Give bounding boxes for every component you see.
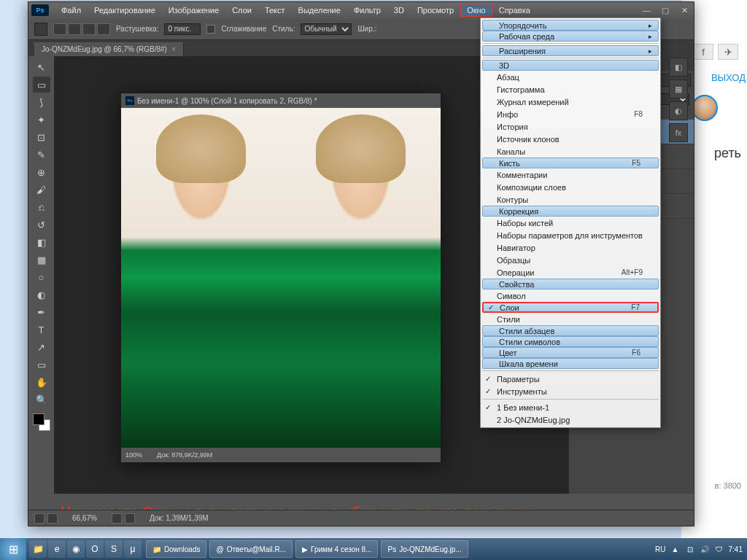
tray-net[interactable]: ⊡ <box>685 544 695 554</box>
type-tool[interactable]: T <box>33 322 50 338</box>
maximize-icon[interactable]: ▢ <box>656 4 675 17</box>
menu-item[interactable]: Стили абзацев <box>482 325 659 336</box>
taskbar-task[interactable]: @Ответы@Mail.R... <box>209 540 293 558</box>
menu-item[interactable]: История <box>481 120 660 133</box>
menu-help[interactable]: Справка <box>492 4 537 17</box>
menu-edit[interactable]: Редактирование <box>88 4 162 17</box>
menu-item[interactable]: Инструменты <box>481 385 660 397</box>
menu-item[interactable]: Наборы кистей <box>481 217 660 229</box>
status-ic4[interactable] <box>125 513 135 524</box>
minimize-icon[interactable]: — <box>637 4 656 17</box>
stamp-tool[interactable]: ⎌ <box>33 199 50 215</box>
history-brush[interactable]: ↺ <box>33 217 50 233</box>
crop-tool[interactable]: ⊡ <box>33 129 50 145</box>
lasso-tool[interactable]: ⟆ <box>33 94 50 110</box>
brush-tool[interactable]: 🖌 <box>33 182 50 198</box>
menu-3d[interactable]: 3D <box>387 4 411 17</box>
logout-link[interactable]: ВЫХОД <box>711 72 746 83</box>
menu-item[interactable]: Навигатор <box>481 241 660 254</box>
close-icon[interactable]: ✕ <box>675 4 694 17</box>
tray-vol[interactable]: 🔊 <box>700 544 710 554</box>
blur-tool[interactable]: ○ <box>33 269 50 285</box>
menu-item[interactable]: КистьF5 <box>482 158 659 168</box>
eraser-tool[interactable]: ◧ <box>33 234 50 250</box>
menu-item[interactable]: Источник клонов <box>481 133 660 145</box>
lang-indicator[interactable]: RU <box>655 545 665 553</box>
move-tool[interactable]: ↖ <box>33 59 50 75</box>
menu-item[interactable]: Стили символов <box>482 336 659 347</box>
dodge-tool[interactable]: ◐ <box>33 287 50 303</box>
menu-item[interactable]: ОперацииAlt+F9 <box>481 266 660 279</box>
eyedropper-tool[interactable]: ✎ <box>33 147 50 163</box>
status-ic3[interactable] <box>112 513 122 524</box>
ql-explorer[interactable]: 📁 <box>29 540 47 558</box>
menu-item[interactable]: Комментарии <box>481 168 660 181</box>
menu-item[interactable]: Образцы <box>481 254 660 266</box>
menu-item[interactable]: Композиции слоев <box>481 181 660 193</box>
menu-item[interactable]: Параметры <box>481 373 660 385</box>
ql-utorrent[interactable]: μ <box>124 540 142 558</box>
ql-chrome[interactable]: ◉ <box>67 540 85 558</box>
clock[interactable]: 7:41 <box>729 545 743 553</box>
menu-filter[interactable]: Фильтр <box>347 4 387 17</box>
menu-window[interactable]: Окно <box>460 4 492 17</box>
status-zoom[interactable]: 66,67% <box>72 514 97 522</box>
panel-styles-icon[interactable]: fx <box>669 123 688 142</box>
sel-new[interactable] <box>53 23 66 35</box>
sel-sub[interactable] <box>82 23 96 35</box>
tray-icon[interactable]: ▲ <box>670 544 681 554</box>
marquee-tool[interactable]: ▭ <box>33 77 50 93</box>
menu-item[interactable]: 1 Без имени-1 <box>481 401 660 413</box>
menu-item[interactable]: Рабочая среда <box>482 31 659 42</box>
gradient-tool[interactable]: ▦ <box>33 252 50 268</box>
menu-item[interactable]: Расширения <box>482 45 659 56</box>
hand-tool[interactable]: ✋ <box>33 374 50 390</box>
menu-item[interactable]: ЦветF6 <box>482 347 659 358</box>
menu-item[interactable]: Символ <box>481 289 660 302</box>
path-tool[interactable]: ↗ <box>33 339 50 355</box>
canvas-image[interactable] <box>121 108 441 448</box>
ql-skype[interactable]: S <box>105 540 123 558</box>
shape-tool[interactable]: ▭ <box>33 357 50 373</box>
doc-tab[interactable]: Jo-QNZMdEug.jpg @ 66,7% (RGB/8#) × <box>34 42 184 56</box>
menu-item[interactable]: Контуры <box>481 193 660 206</box>
menu-item[interactable]: Абзац <box>481 71 660 83</box>
tool-preset-icon[interactable] <box>34 23 47 36</box>
menu-item[interactable]: 2 Jo-QNZMdEug.jpg <box>481 413 660 426</box>
sel-int[interactable] <box>97 23 110 35</box>
tray-shield[interactable]: 🛡 <box>714 544 724 554</box>
status-ic1[interactable] <box>34 513 44 524</box>
pen-tool[interactable]: ✒ <box>33 304 50 320</box>
menu-view[interactable]: Просмотр <box>411 4 460 17</box>
doc-zoom[interactable]: 100% <box>125 451 142 459</box>
ql-ie[interactable]: e <box>48 540 66 558</box>
menu-item[interactable]: Каналы <box>481 145 660 158</box>
menu-item[interactable]: Коррекция <box>482 206 659 217</box>
menu-select[interactable]: Выделение <box>292 4 347 17</box>
menu-text[interactable]: Текст <box>258 4 292 17</box>
heal-tool[interactable]: ⊕ <box>33 164 50 180</box>
menu-image[interactable]: Изображение <box>162 4 225 17</box>
taskbar-task[interactable]: ▶Гримм 4 сезон 8... <box>295 540 378 558</box>
menu-item[interactable]: Журнал измерений <box>481 96 660 108</box>
menu-item[interactable]: Стили <box>481 313 660 325</box>
ql-opera[interactable]: O <box>86 540 104 558</box>
antialias-checkbox[interactable] <box>206 25 215 34</box>
status-ic2[interactable] <box>47 513 58 524</box>
menu-item[interactable]: Упорядочить <box>482 20 659 31</box>
menu-item[interactable]: Наборы параметров для инструментов <box>481 229 660 241</box>
menu-item[interactable]: Свойства <box>482 279 659 289</box>
menu-item[interactable]: СлоиF7 <box>482 302 659 313</box>
wand-tool[interactable]: ✦ <box>33 112 50 128</box>
color-swatch[interactable] <box>33 413 50 431</box>
start-button[interactable]: ⊞ <box>0 538 26 560</box>
twitter-icon[interactable]: ✈ <box>718 44 738 60</box>
menu-layers[interactable]: Слои <box>225 4 258 17</box>
close-tab-icon[interactable]: × <box>171 45 176 53</box>
sel-add[interactable] <box>68 23 81 35</box>
avatar[interactable] <box>692 95 718 121</box>
menu-item[interactable]: Гистограмма <box>481 83 660 96</box>
taskbar-task[interactable]: 📁Downloads <box>146 540 206 558</box>
style-select[interactable]: Обычный <box>301 23 352 35</box>
doc-titlebar[interactable]: Ps Без имени-1 @ 100% (Слой 1 копировать… <box>121 93 441 108</box>
